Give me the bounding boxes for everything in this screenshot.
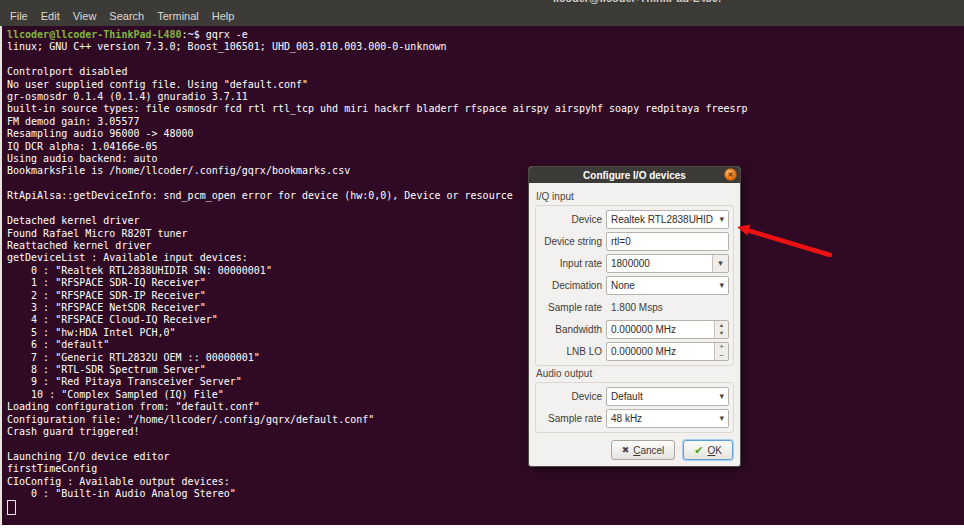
lnb-lo-spin-buttons: +−: [714, 343, 728, 360]
menu-search[interactable]: Search: [109, 10, 144, 22]
audio-device-combo[interactable]: Default▾: [606, 387, 729, 406]
audio-sample-rate-row: Sample rate48 kHz▾: [540, 409, 729, 428]
dialog-button-row: ✖ Cancel ✔ OK: [535, 440, 734, 460]
cancel-label: Cancel: [633, 445, 664, 456]
bandwidth-spin-buttons: ▲▼: [714, 321, 728, 338]
audio-output-group: DeviceDefault▾Sample rate48 kHz▾: [535, 382, 734, 433]
sample-rate-label: Sample rate: [540, 302, 602, 313]
menu-bar: FileEditViewSearchTerminalHelp: [0, 5, 964, 26]
terminal-command: gqrx -e: [200, 29, 248, 40]
chevron-down-icon: ▾: [717, 392, 728, 401]
window-title: llcoder@llcoder-ThinkPad-L480: ~: [553, 0, 731, 4]
dialog-body: I/Q input DeviceRealtek RTL2838UHID▾Devi…: [529, 183, 740, 460]
ok-button[interactable]: ✔ OK: [683, 440, 733, 460]
input-rate-row: Input rate1800000▾: [540, 254, 729, 273]
input-rate-label: Input rate: [540, 258, 602, 269]
dialog-title: Configure I/O devices: [583, 170, 686, 181]
decimation-combo[interactable]: None▾: [606, 276, 729, 295]
spin-down-icon[interactable]: −: [715, 352, 728, 361]
decimation-row: DecimationNone▾: [540, 276, 729, 295]
iq-device-value: Realtek RTL2838UHID: [607, 214, 717, 225]
decimation-label: Decimation: [540, 280, 602, 291]
menu-edit[interactable]: Edit: [41, 10, 60, 22]
input-rate-value: 1800000: [607, 258, 712, 269]
iq-input-group: DeviceRealtek RTL2838UHID▾Device stringr…: [535, 205, 734, 366]
spin-up-icon[interactable]: ▲: [715, 321, 728, 330]
close-icon[interactable]: ✕: [724, 168, 737, 181]
iq-input-section-label: I/Q input: [536, 191, 734, 202]
terminal-prompt-suffix: :~$: [182, 29, 200, 40]
chevron-down-icon[interactable]: ▾: [712, 255, 728, 272]
cancel-button[interactable]: ✖ Cancel: [611, 440, 676, 460]
audio-sample-rate-value: 48 kHz: [607, 413, 717, 424]
device-string-value: rtl=0: [607, 236, 728, 247]
iq-device-row: DeviceRealtek RTL2838UHID▾: [540, 210, 729, 229]
bandwidth-value: 0.000000 MHz: [607, 324, 714, 335]
audio-sample-rate-label: Sample rate: [540, 413, 602, 424]
audio-device-row: DeviceDefault▾: [540, 387, 729, 406]
input-rate-combo[interactable]: 1800000▾: [606, 254, 729, 273]
ok-label: OK: [708, 445, 722, 456]
terminal-cursor: [7, 500, 16, 515]
ok-check-icon: ✔: [694, 445, 703, 456]
terminal-output: llcoder@llcoder-ThinkPad-L480:~$ gqrx -e…: [2, 26, 964, 517]
device-string-label: Device string: [540, 236, 602, 247]
device-string-row: Device stringrtl=0: [540, 232, 729, 251]
chevron-down-icon: ▾: [717, 414, 728, 423]
audio-sample-rate-combo[interactable]: 48 kHz▾: [606, 409, 729, 428]
lnb-lo-row: LNB LO0.000000 MHz+−: [540, 342, 729, 361]
decimation-value: None: [607, 280, 717, 291]
lnb-lo-label: LNB LO: [540, 346, 602, 357]
dialog-titlebar[interactable]: Configure I/O devices ✕: [529, 167, 740, 183]
bandwidth-row: Bandwidth0.000000 MHz▲▼: [540, 320, 729, 339]
lnb-lo-value: 0.000000 MHz: [607, 346, 714, 357]
configure-io-dialog: Configure I/O devices ✕ I/Q input Device…: [528, 166, 741, 467]
sample-rate-value: 1.800 Msps: [606, 302, 663, 313]
cancel-icon: ✖: [622, 446, 630, 455]
audio-output-section-label: Audio output: [536, 368, 734, 379]
terminal-window: llcoder@llcoder-ThinkPad-L480:~$ gqrx -e…: [0, 26, 964, 525]
chevron-down-icon: ▾: [717, 281, 728, 290]
iq-device-label: Device: [540, 214, 602, 225]
bandwidth-label: Bandwidth: [540, 324, 602, 335]
audio-device-value: Default: [607, 391, 717, 402]
sample-rate-row: Sample rate1.800 Msps: [540, 298, 729, 317]
device-string-input[interactable]: rtl=0: [606, 232, 729, 251]
chevron-down-icon: ▾: [717, 215, 728, 224]
bandwidth-spinbox[interactable]: 0.000000 MHz▲▼: [606, 320, 729, 339]
audio-device-label: Device: [540, 391, 602, 402]
menu-help[interactable]: Help: [212, 10, 235, 22]
menu-file[interactable]: File: [10, 10, 28, 22]
menu-terminal[interactable]: Terminal: [157, 10, 199, 22]
spin-down-icon[interactable]: ▼: [715, 330, 728, 339]
iq-device-combo[interactable]: Realtek RTL2838UHID▾: [606, 210, 729, 229]
terminal-prompt: llcoder@llcoder-ThinkPad-L480: [7, 29, 182, 40]
menu-view[interactable]: View: [73, 10, 97, 22]
lnb-lo-spinbox[interactable]: 0.000000 MHz+−: [606, 342, 729, 361]
